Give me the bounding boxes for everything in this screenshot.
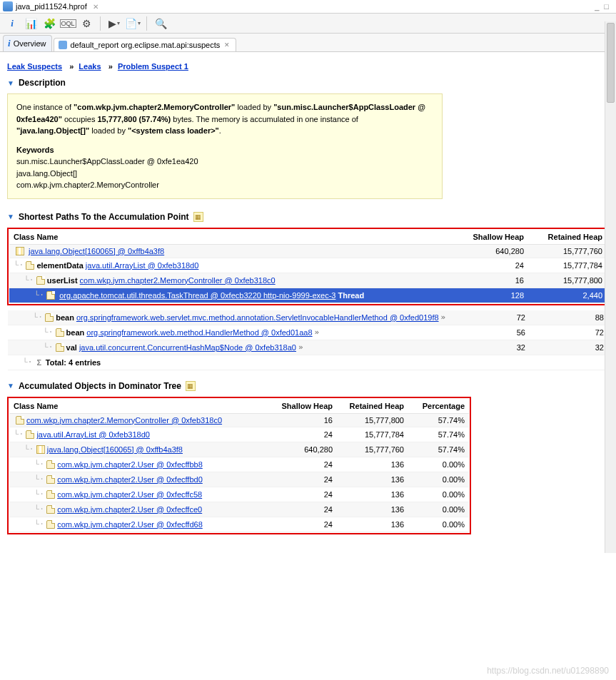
toolbar-separator — [100, 16, 101, 31]
tab-report[interactable]: default_report org.eclipse.mat.api:suspe… — [54, 38, 236, 51]
oql-toolbutton[interactable]: OQL — [60, 16, 76, 31]
shortest-paths-table: Class Name Shallow Heap Retained Heap ja… — [9, 230, 607, 303]
section-description-header[interactable]: ▼ Description — [7, 78, 609, 88]
table-row[interactable]: └·bean org.springframework.web.servlet.m… — [8, 310, 608, 325]
breadcrumb-link[interactable]: Problem Suspect 1 — [118, 62, 188, 71]
table-row[interactable]: └·com.wkp.jvm.chapter2.User @ 0xfecffce0… — [9, 502, 469, 517]
run-query-toolbutton[interactable]: ▶▾ — [106, 16, 122, 31]
section-shortest-header[interactable]: ▼ Shortest Paths To the Accumulation Poi… — [7, 212, 609, 222]
histogram-toolbutton[interactable]: 📊 — [23, 16, 39, 31]
object-link[interactable]: java.lang.Object[160065] @ 0xffb4a3f8 — [47, 445, 183, 454]
keyword-line: java.lang.Object[] — [16, 168, 433, 180]
object-link[interactable]: com.wkp.jvm.chapter2.MemoryController @ … — [26, 416, 222, 425]
table-row[interactable]: └·com.wkp.jvm.chapter2.User @ 0xfecffbb8… — [9, 457, 469, 472]
object-link[interactable]: org.springframework.web.method.HandlerMe… — [86, 328, 312, 337]
open-query-toolbutton[interactable]: 📄▾ — [125, 16, 141, 31]
table-row[interactable]: └·com.wkp.jvm.chapter2.User @ 0xfecffd68… — [9, 517, 469, 532]
table-row[interactable]: └·java.lang.Object[160065] @ 0xffb4a3f86… — [9, 442, 469, 457]
object-link[interactable]: com.wkp.jvm.chapter2.User @ 0xfecffce0 — [57, 505, 202, 514]
object-icon — [46, 520, 55, 529]
object-link[interactable]: java.util.ArrayList @ 0xfeb318d0 — [36, 430, 150, 439]
col-shallow[interactable]: Shallow Heap — [269, 399, 337, 414]
query-icon[interactable]: ▦ — [186, 381, 196, 391]
table-row[interactable]: └·val java.util.concurrent.ConcurrentHas… — [8, 340, 608, 355]
shortest-paths-table-cont: └·bean org.springframework.web.servlet.m… — [8, 310, 608, 370]
col-retained[interactable]: Retained Heap — [528, 230, 607, 245]
object-link[interactable]: com.wkp.jvm.chapter2.User @ 0xfecffc58 — [57, 490, 202, 499]
object-link[interactable]: java.util.concurrent.ConcurrentHashMap$N… — [79, 343, 296, 352]
table-row[interactable]: └·elementData java.util.ArrayList @ 0xfe… — [9, 258, 607, 273]
table-row[interactable]: └· org.apache.tomcat.util.threads.TaskTh… — [9, 288, 607, 303]
object-icon — [46, 475, 55, 484]
breadcrumb-sep: » — [69, 62, 74, 71]
report-icon — [59, 41, 67, 49]
object-link[interactable]: java.util.ArrayList @ 0xfeb318d0 — [86, 261, 199, 270]
tab-overview[interactable]: i Overview — [3, 35, 52, 51]
accumulated-table: Class Name Shallow Heap Retained Heap Pe… — [9, 399, 469, 532]
object-link[interactable]: com.wkp.jvm.chapter2.User @ 0xfecffd68 — [57, 520, 203, 529]
object-icon — [16, 416, 24, 425]
section-title: Description — [19, 78, 66, 88]
object-icon — [26, 261, 34, 270]
section-accumulated-header[interactable]: ▼ Accumulated Objects in Dominator Tree … — [7, 381, 609, 391]
close-tab-icon[interactable]: ✕ — [224, 41, 230, 49]
col-classname[interactable]: Class Name — [9, 399, 269, 414]
toolbar-separator — [146, 16, 147, 31]
col-classname[interactable]: Class Name — [9, 230, 457, 245]
editor-title-bar: java_pid11524.hprof ✕ ⎯ □ — [0, 0, 616, 14]
hprof-icon — [3, 1, 13, 11]
threads-toolbutton[interactable]: ⚙ — [79, 16, 94, 31]
table-row[interactable]: └·ΣTotal: 4 entries — [8, 355, 608, 370]
object-icon — [56, 328, 64, 337]
array-icon — [16, 247, 24, 255]
breadcrumb-link[interactable]: Leaks — [79, 62, 101, 71]
tabstrip: i Overview default_report org.eclipse.ma… — [0, 34, 616, 52]
array-icon — [36, 445, 45, 454]
object-icon — [46, 291, 55, 300]
table-row[interactable]: └·com.wkp.jvm.chapter2.User @ 0xfecffc58… — [9, 487, 469, 502]
keyword-line: sun.misc.Launcher$AppClassLoader @ 0xfe1… — [16, 156, 433, 168]
col-retained[interactable]: Retained Heap — [337, 399, 408, 414]
minimize-icon[interactable]: ⎯ — [595, 2, 600, 11]
twistie-icon: ▼ — [7, 79, 14, 87]
report-content: Leak Suspects » Leaks » Problem Suspect … — [0, 52, 616, 553]
twistie-icon: ▼ — [7, 213, 14, 220]
toolbar: i 📊 🧩 OQL ⚙ ▶▾ 📄▾ 🔍 — [0, 14, 616, 34]
table-row[interactable]: com.wkp.jvm.chapter2.MemoryController @ … — [9, 413, 469, 427]
section-title: Shortest Paths To the Accumulation Point — [19, 212, 189, 222]
highlighted-region: Class Name Shallow Heap Retained Heap ja… — [7, 228, 609, 305]
object-icon — [46, 460, 55, 469]
twistie-icon: ▼ — [7, 382, 14, 390]
table-row[interactable]: └·bean org.springframework.web.method.Ha… — [8, 325, 608, 340]
object-icon — [56, 343, 64, 352]
window-controls: ⎯ □ — [595, 2, 613, 11]
close-editor-icon[interactable]: ✕ — [93, 3, 99, 11]
table-row[interactable]: └·java.util.ArrayList @ 0xfeb318d02415,7… — [9, 427, 469, 442]
breadcrumb-link[interactable]: Leak Suspects — [7, 62, 62, 71]
description-box: One instance of "com.wkp.jvm.chapter2.Me… — [7, 93, 443, 199]
object-link[interactable]: org.apache.tomcat.util.threads.TaskThrea… — [59, 291, 335, 300]
info-icon: i — [8, 38, 11, 49]
col-percentage[interactable]: Percentage — [408, 399, 469, 414]
object-link[interactable]: com.wkp.jvm.chapter2.MemoryController @ … — [80, 276, 276, 285]
tab-label: default_report org.eclipse.mat.api:suspe… — [70, 41, 220, 49]
breadcrumb: Leak Suspects » Leaks » Problem Suspect … — [7, 62, 609, 71]
search-toolbutton[interactable]: 🔍 — [153, 16, 168, 31]
object-link[interactable]: com.wkp.jvm.chapter2.User @ 0xfecffbd0 — [57, 475, 203, 484]
breadcrumb-sep: » — [108, 62, 113, 71]
maximize-icon[interactable]: □ — [604, 2, 609, 11]
table-row[interactable]: └·userList com.wkp.jvm.chapter2.MemoryCo… — [9, 273, 607, 288]
table-row[interactable]: java.lang.Object[160065] @ 0xffb4a3f8640… — [9, 244, 607, 258]
object-link[interactable]: java.lang.Object[160065] @ 0xffb4a3f8 — [29, 247, 164, 255]
col-shallow[interactable]: Shallow Heap — [457, 230, 528, 245]
table-row[interactable]: └·com.wkp.jvm.chapter2.User @ 0xfecffbd0… — [9, 472, 469, 487]
highlighted-region: Class Name Shallow Heap Retained Heap Pe… — [7, 397, 471, 534]
dominator-toolbutton[interactable]: 🧩 — [41, 16, 57, 31]
overview-toolbutton[interactable]: i — [4, 16, 20, 31]
object-icon — [46, 490, 55, 499]
vertical-scrollbar[interactable] — [605, 21, 616, 553]
query-icon[interactable]: ▦ — [193, 212, 203, 222]
editor-title: java_pid11524.hprof — [16, 2, 87, 11]
object-link[interactable]: org.springframework.web.servlet.mvc.meth… — [76, 313, 439, 322]
object-link[interactable]: com.wkp.jvm.chapter2.User @ 0xfecffbb8 — [57, 460, 203, 469]
